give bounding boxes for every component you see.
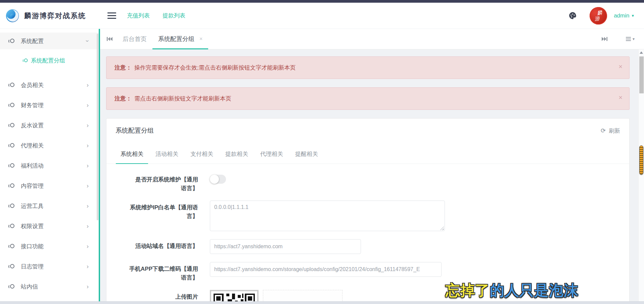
caret-down-icon: ▾ xyxy=(632,13,634,18)
sidebar-item-api[interactable]: 接口功能 › xyxy=(0,236,99,256)
close-icon[interactable]: × xyxy=(199,36,202,42)
brand-zone: 麟游博弈对战系统 xyxy=(0,8,99,23)
alert-text: 操作完需要保存才会生效;需点击右侧刷新按钮文字才能刷新本页 xyxy=(134,64,296,71)
circle-icon xyxy=(8,203,14,209)
tab-list-menu-icon[interactable]: ▾ xyxy=(626,37,635,41)
qr-code-image[interactable] xyxy=(210,290,259,301)
horizontal-scrollbar[interactable] xyxy=(0,301,644,304)
chevron-down-icon: › xyxy=(85,40,91,42)
chevron-right-icon: › xyxy=(87,122,89,128)
form-row-ip-whitelist: 系统维护IP白名单【通用语言】 0.0.0.0|1.1.1.1 xyxy=(113,201,629,231)
circle-icon xyxy=(8,223,14,229)
chevron-right-icon: › xyxy=(87,284,89,290)
circle-icon xyxy=(8,183,14,189)
tab-withdraw[interactable]: 提款相关 xyxy=(221,143,253,164)
sidebar: 系统配置 › 系统配置分组 会员相关 › 财务管理 › 反水设置 › 代理相关 … xyxy=(0,29,99,301)
sidebar-item-welfare[interactable]: 福利活动 › xyxy=(0,156,99,176)
tab-dashboard[interactable]: 后台首页 xyxy=(117,29,152,49)
nav-recharge-list[interactable]: 充值列表 xyxy=(127,12,150,19)
sidebar-item-finance[interactable]: 财务管理 › xyxy=(0,95,99,115)
refresh-icon: ⟳ xyxy=(601,127,606,134)
sidebar-subitem-config-group[interactable]: 系统配置分组 xyxy=(0,49,99,72)
sidebar-item-rebate[interactable]: 反水设置 › xyxy=(0,115,99,135)
upload-image-button[interactable]: + xyxy=(263,290,342,301)
alert-danger: 注意：操作完需要保存才会生效;需点击右侧刷新按钮文字才能刷新本页 × xyxy=(106,56,630,79)
form-row-app-qrcode-url: 手机APP下载二维码【通用语言】 xyxy=(113,262,629,282)
circle-icon xyxy=(8,82,14,88)
tab-activity[interactable]: 活动相关 xyxy=(151,143,183,164)
nav-withdraw-list[interactable]: 提款列表 xyxy=(163,12,185,19)
subtitle-rest: 的人只是泡沫 xyxy=(490,282,579,298)
sidebar-item-logs[interactable]: 日志管理 › xyxy=(0,256,99,276)
alert-text: 需点击右侧刷新按钮文字才能刷新本页 xyxy=(134,95,231,102)
refresh-button[interactable]: ⟳ 刷新 xyxy=(601,127,620,135)
chevron-right-icon: › xyxy=(87,142,89,148)
sidebar-item-operations[interactable]: 运营工具 › xyxy=(0,196,99,216)
ip-whitelist-textarea[interactable]: 0.0.0.0|1.1.1.1 xyxy=(210,201,445,231)
sidebar-item-agent[interactable]: 代理相关 › xyxy=(0,135,99,156)
alert-prefix: 注意： xyxy=(114,64,132,71)
sidebar-item-members[interactable]: 会员相关 › xyxy=(0,75,99,95)
sidebar-toggle-icon[interactable] xyxy=(107,12,116,19)
chevron-right-icon: › xyxy=(87,102,89,108)
tab-config-group[interactable]: 系统配置分组 × xyxy=(152,29,208,49)
chevron-right-icon: › xyxy=(87,183,89,189)
user-avatar[interactable]: 麟 游 xyxy=(589,6,608,26)
brand-title: 麟游博弈对战系统 xyxy=(24,11,86,20)
tab-agent[interactable]: 代理相关 xyxy=(256,143,288,164)
content-scrollbar[interactable] xyxy=(638,49,644,301)
chevron-right-icon: › xyxy=(87,82,89,88)
header-right: 充值列表 提款列表 麟 游 admin ▾ xyxy=(99,7,644,25)
main-area: 后台首页 系统配置分组 × ▾ 注意：操作完需要保存才会生效;需点击右侧刷新按钮… xyxy=(99,29,644,301)
panel-header: 系统配置分组 ⟳ 刷新 xyxy=(106,119,629,143)
form-row-activity-domain: 活动站域名【通用语言】 xyxy=(113,239,629,254)
chevron-right-icon: › xyxy=(87,243,89,249)
sidebar-item-messages[interactable]: 站内信 › xyxy=(0,276,99,297)
skip-back-icon[interactable] xyxy=(107,37,112,41)
circle-icon xyxy=(8,143,14,148)
chevron-right-icon: › xyxy=(87,163,89,169)
top-nav: 充值列表 提款列表 xyxy=(127,12,185,19)
alert-prefix: 注意： xyxy=(114,95,132,102)
username: admin xyxy=(614,12,629,19)
circle-icon xyxy=(23,58,28,63)
user-menu[interactable]: admin ▾ xyxy=(614,12,634,19)
activity-domain-input[interactable] xyxy=(210,239,361,254)
skip-forward-icon[interactable] xyxy=(602,37,607,41)
app-qrcode-url-input[interactable] xyxy=(210,262,442,277)
maintenance-toggle[interactable] xyxy=(210,175,226,184)
close-icon[interactable]: × xyxy=(618,63,623,71)
field-label: 系统维护IP白名单【通用语言】 xyxy=(113,201,210,220)
sidebar-item-permissions[interactable]: 权限设置 › xyxy=(0,216,99,236)
circle-icon xyxy=(8,264,14,269)
circle-icon xyxy=(8,163,14,169)
field-label: 上传图片 xyxy=(113,290,210,301)
circle-icon xyxy=(8,284,14,290)
app-header: 麟游博弈对战系统 充值列表 提款列表 麟 游 admin ▾ xyxy=(0,3,644,29)
close-icon[interactable]: × xyxy=(618,94,623,101)
sidebar-scrollbar-thumb[interactable] xyxy=(97,34,98,220)
scrollbar-thumb[interactable] xyxy=(639,56,644,93)
alert-danger: 注意：需点击右侧刷新按钮文字才能刷新本页 × xyxy=(106,87,630,110)
theme-palette-icon[interactable] xyxy=(568,11,577,20)
field-label: 是否开启系统维护【通用语言】 xyxy=(113,173,210,192)
tab-system[interactable]: 系统相关 xyxy=(116,143,148,164)
field-label: 活动站域名【通用语言】 xyxy=(113,239,210,251)
config-tabs: 系统相关 活动相关 支付相关 提款相关 代理相关 提醒相关 xyxy=(106,143,629,164)
scroll-up-arrow-icon[interactable] xyxy=(640,51,643,54)
tab-reminder[interactable]: 提醒相关 xyxy=(290,143,323,164)
sidebar-item-content[interactable]: 内容管理 › xyxy=(0,176,99,196)
subtitle-overlay: 忘掉了的人只是泡沫 xyxy=(446,281,579,300)
tabbar-actions: ▾ xyxy=(602,37,635,41)
chevron-right-icon: › xyxy=(87,263,89,269)
chevron-right-icon: › xyxy=(87,203,89,209)
chevron-right-icon: › xyxy=(87,223,89,229)
orange-scroll-indicator[interactable] xyxy=(639,145,643,175)
config-panel: 系统配置分组 ⟳ 刷新 系统相关 活动相关 支付相关 提款相关 代理相关 提醒相… xyxy=(106,118,630,301)
subtitle-highlighted: 忘掉了 xyxy=(446,282,490,298)
tab-payment[interactable]: 支付相关 xyxy=(186,143,218,164)
content-area: 注意：操作完需要保存才会生效;需点击右侧刷新按钮文字才能刷新本页 × 注意：需点… xyxy=(100,49,638,301)
circle-icon xyxy=(8,38,14,44)
circle-icon xyxy=(8,102,14,108)
sidebar-item-system-config[interactable]: 系统配置 › xyxy=(0,33,99,49)
